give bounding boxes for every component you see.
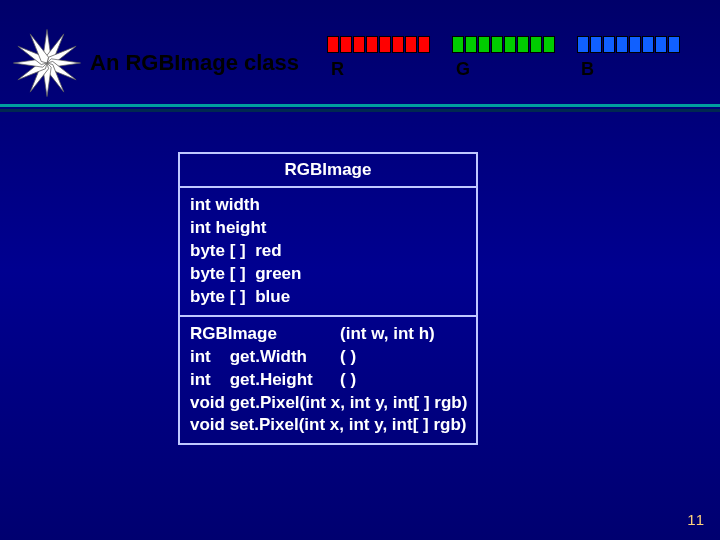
color-cell bbox=[590, 36, 602, 53]
slide-header: An RGBImage class RGB bbox=[0, 28, 720, 98]
color-cell bbox=[405, 36, 417, 53]
op-return: int get.Width bbox=[190, 346, 340, 369]
uml-class-name: RGBImage bbox=[180, 154, 476, 188]
rgb-strips: RGB bbox=[327, 36, 680, 80]
uml-attributes: int width int height byte [ ] red byte [… bbox=[180, 188, 476, 317]
color-cell bbox=[655, 36, 667, 53]
op-args: (int x, int y, int[ ] rgb) bbox=[299, 414, 467, 437]
color-cell bbox=[465, 36, 477, 53]
op-args: ( ) bbox=[340, 346, 356, 369]
op-args: (int x, int y, int[ ] rgb) bbox=[300, 392, 468, 415]
op-return: void get.Pixel bbox=[190, 392, 300, 415]
uml-operation: RGBImage(int w, int h) bbox=[190, 323, 466, 346]
uml-operation: int get.Height( ) bbox=[190, 369, 466, 392]
color-cell bbox=[504, 36, 516, 53]
color-cell bbox=[340, 36, 352, 53]
color-cell bbox=[366, 36, 378, 53]
color-strip: G bbox=[452, 36, 555, 80]
color-cell bbox=[379, 36, 391, 53]
op-return: void set.Pixel bbox=[190, 414, 299, 437]
color-cell bbox=[642, 36, 654, 53]
uml-class-box: RGBImage int width int height byte [ ] r… bbox=[178, 152, 478, 445]
color-cells bbox=[452, 36, 555, 53]
color-cell bbox=[577, 36, 589, 53]
color-cell bbox=[327, 36, 339, 53]
color-strip: R bbox=[327, 36, 430, 80]
slide-title: An RGBImage class bbox=[90, 50, 299, 76]
strip-label: G bbox=[456, 59, 470, 80]
color-cells bbox=[577, 36, 680, 53]
color-cell bbox=[603, 36, 615, 53]
color-cell bbox=[491, 36, 503, 53]
strip-label: B bbox=[581, 59, 594, 80]
color-cell bbox=[452, 36, 464, 53]
color-cell bbox=[418, 36, 430, 53]
strip-label: R bbox=[331, 59, 344, 80]
page-number: 11 bbox=[687, 511, 704, 528]
color-cell bbox=[478, 36, 490, 53]
op-return: int get.Height bbox=[190, 369, 340, 392]
color-cell bbox=[353, 36, 365, 53]
uml-operation: void get.Pixel(int x, int y, int[ ] rgb) bbox=[190, 392, 466, 415]
color-cell bbox=[616, 36, 628, 53]
uml-operation: int get.Width( ) bbox=[190, 346, 466, 369]
starburst-icon bbox=[12, 28, 82, 98]
divider bbox=[0, 104, 720, 112]
color-cell bbox=[543, 36, 555, 53]
color-cell bbox=[392, 36, 404, 53]
op-args: ( ) bbox=[340, 369, 356, 392]
uml-operation: void set.Pixel(int x, int y, int[ ] rgb) bbox=[190, 414, 466, 437]
color-cell bbox=[530, 36, 542, 53]
color-cells bbox=[327, 36, 430, 53]
color-strip: B bbox=[577, 36, 680, 80]
color-cell bbox=[629, 36, 641, 53]
op-return: RGBImage bbox=[190, 323, 340, 346]
color-cell bbox=[668, 36, 680, 53]
color-cell bbox=[517, 36, 529, 53]
uml-operations: RGBImage(int w, int h)int get.Width( )in… bbox=[180, 317, 476, 444]
op-args: (int w, int h) bbox=[340, 323, 435, 346]
